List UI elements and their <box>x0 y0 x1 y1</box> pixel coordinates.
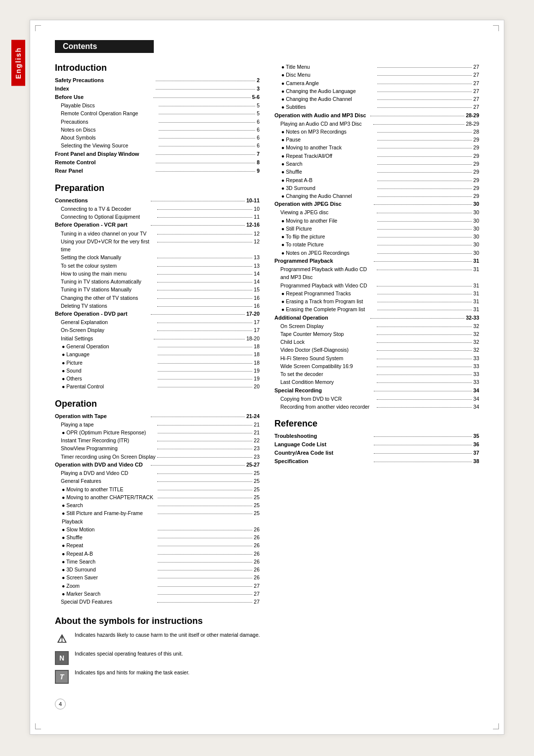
toc-label: About Symbols <box>61 134 157 142</box>
toc-dots <box>377 350 472 351</box>
toc-label: Special Recording <box>274 386 372 395</box>
toc-dots <box>377 92 472 92</box>
symbol-row: ⚠Indicates hazards likely to cause harm … <box>55 631 479 646</box>
toc-page: 16 <box>254 294 260 302</box>
contents-header: Contents <box>55 40 154 53</box>
toc-dots <box>377 107 472 108</box>
toc-page: 6 <box>257 142 260 149</box>
toc-label: Country/Area Code list <box>274 449 372 457</box>
toc-label: ● Erasing the Complete Program list <box>281 305 376 313</box>
page-container: English Contents IntroductionSafety Prec… <box>30 20 504 735</box>
symbol-row: NIndicates special operating features of… <box>55 650 479 665</box>
toc-dots <box>377 327 472 327</box>
toc-dots <box>377 245 472 245</box>
toc-page: 31 <box>473 297 479 305</box>
toc-page: 32 <box>473 322 479 330</box>
toc-entry: ● Zoom27 <box>55 582 260 590</box>
toc-label: Remote Control Operation Range <box>61 109 157 117</box>
toc-dots <box>159 106 255 106</box>
toc-dots <box>157 331 252 331</box>
toc-page: 36 <box>473 440 479 448</box>
toc-dots <box>158 355 252 355</box>
toc-page: 27 <box>473 95 479 103</box>
toc-page: 29 <box>473 160 479 168</box>
toc-label: General Explanation <box>61 318 156 326</box>
toc-entry: Using your DVD+VCR for the very first ti… <box>55 237 260 254</box>
toc-entry: Changing the other of TV stations16 <box>55 294 260 302</box>
toc-entry: Special DVD Features27 <box>55 598 260 606</box>
toc-page: 16 <box>254 302 260 310</box>
toc-label: ● Marker Search <box>62 590 156 598</box>
toc-label: Selecting the Viewing Source <box>61 142 157 149</box>
toc-dots <box>158 433 252 433</box>
toc-entry: ● Search25 <box>55 501 260 509</box>
toc-page: 27 <box>473 103 479 111</box>
toc-label: Recording from another video recorder <box>280 403 375 411</box>
toc-page: 6 <box>257 118 260 126</box>
toc-entry: ● Slow Motion26 <box>55 525 260 533</box>
toc-label: ● Notes on MP3 Recordings <box>281 128 376 136</box>
toc-dots <box>158 514 252 514</box>
toc-dots <box>158 538 252 538</box>
english-tab: English <box>11 40 25 86</box>
toc-entry: How to using the main menu14 <box>55 270 260 278</box>
toc-entry: Playing a DVD and Video CD25 <box>55 469 260 477</box>
toc-label: ● Moving to another File <box>281 217 376 225</box>
toc-label: Tuning in TV stations Manually <box>61 285 156 293</box>
toc-dots <box>151 314 245 315</box>
toc-entry: ● Pause29 <box>274 136 479 143</box>
toc-dots <box>377 213 472 213</box>
toc-page: 22 <box>254 436 260 444</box>
toc-label: ● Moving to another TITLE <box>62 485 156 493</box>
toc-entry: Before Use5-6 <box>55 93 260 101</box>
toc-label: Troubleshooting <box>274 432 372 440</box>
toc-page: 27 <box>254 590 260 598</box>
toc-label: Hi-Fi Stereo Sound System <box>280 354 375 362</box>
toc-page: 26 <box>254 558 260 566</box>
toc-dots <box>377 294 472 294</box>
toc-dots <box>377 75 472 76</box>
toc-entry: Initial Settings18-20 <box>55 334 260 342</box>
toc-page: 33 <box>473 362 479 370</box>
toc-label: ● Shuffle <box>62 533 156 541</box>
toc-label: ● Slow Motion <box>62 525 156 533</box>
toc-entry: Operation with DVD and Video CD25-27 <box>55 461 260 469</box>
toc-dots <box>158 371 252 372</box>
toc-entry: ● Disc Menu27 <box>274 71 479 79</box>
toc-entry: ● Picture18 <box>55 359 260 367</box>
toc-entry: ● Screen Saver26 <box>55 573 260 581</box>
toc-page: 30 <box>473 217 479 225</box>
toc-label: ● Time Search <box>62 558 156 566</box>
toc-page: 30 <box>473 200 479 208</box>
toc-entry: Remote Control Operation Range5 <box>55 109 260 117</box>
toc-dots <box>377 286 472 286</box>
toc-label: Changing the other of TV stations <box>61 294 156 302</box>
toc-label: To set the colour system <box>61 262 156 270</box>
toc-entry: Selecting the Viewing Source6 <box>55 142 260 149</box>
toc-page: 31 <box>473 289 479 297</box>
toc-entry: ShowView Programming23 <box>55 444 260 452</box>
toc-dots <box>157 306 252 307</box>
toc-label: On Screen Display <box>280 322 375 330</box>
toc-label: ● Changing the Audio Channel <box>281 95 376 103</box>
toc-label: ● Others <box>62 375 156 382</box>
toc-page: 23 <box>254 444 260 452</box>
toc-label: Tuning in a video channel on your TV <box>61 230 156 237</box>
toc-label: Connecting to Optional Equipment <box>61 213 156 221</box>
toc-page: 28 <box>473 128 479 136</box>
toc-entry: Troubleshooting35 <box>274 432 479 440</box>
toc-label: Additional Operation <box>274 314 369 322</box>
corner-bl <box>35 723 41 729</box>
toc-page: 12-16 <box>246 221 260 229</box>
toc-entry: ● Subtitles27 <box>274 103 479 111</box>
toc-label: Operation with JPEG Disc <box>274 200 372 208</box>
toc-entry: Tuning in a video channel on your TV12 <box>55 230 260 237</box>
toc-label: Operation with DVD and Video CD <box>55 461 149 469</box>
toc-dots <box>377 270 472 270</box>
toc-entry: Programmed Playback with Audio CD and MP… <box>274 265 479 282</box>
toc-dots <box>158 363 252 364</box>
toc-entry: Recording from another video recorder34 <box>274 403 479 411</box>
toc-label: Remote Control <box>55 158 154 167</box>
toc-page: 18 <box>254 342 260 350</box>
toc-page: 30 <box>473 208 479 216</box>
